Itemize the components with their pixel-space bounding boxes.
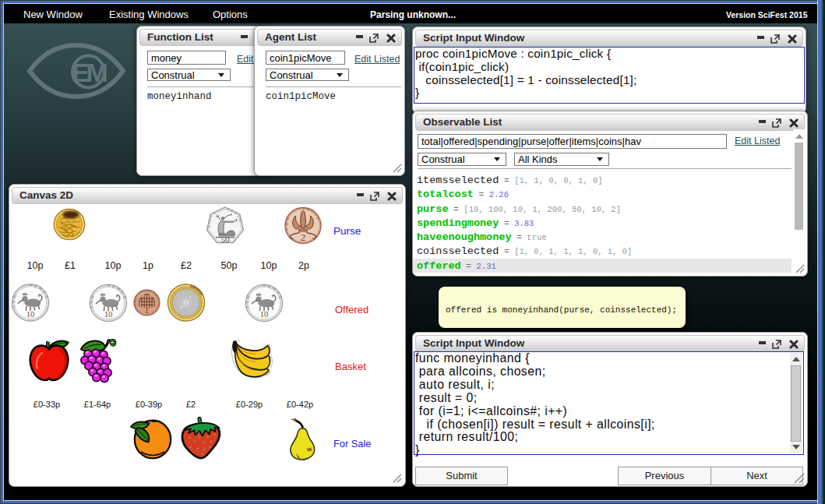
svg-text:Purse: Purse (333, 225, 361, 237)
svg-text:£2: £2 (181, 260, 192, 271)
svg-text:1p: 1p (143, 260, 153, 271)
svg-text:£1-64p: £1-64p (84, 400, 111, 409)
svg-text:£2: £2 (186, 400, 196, 409)
svg-text:£1: £1 (65, 260, 76, 271)
svg-text:£0-33p: £0-33p (33, 400, 60, 409)
svg-text:Basket: Basket (335, 361, 366, 372)
svg-text:£0-39p: £0-39p (136, 400, 162, 409)
svg-text:10p: 10p (27, 260, 44, 271)
svg-text:EM: EM (72, 58, 108, 87)
svg-text:£0-42p: £0-42p (287, 400, 313, 409)
svg-text:50p: 50p (221, 260, 238, 271)
svg-text:For Sale: For Sale (333, 438, 371, 449)
svg-text:10p: 10p (105, 260, 122, 271)
svg-text:10p: 10p (261, 260, 277, 271)
svg-text:1: 1 (145, 306, 149, 315)
svg-text:£0-29p: £0-29p (236, 400, 263, 409)
svg-text:2p: 2p (298, 260, 309, 271)
svg-text:50: 50 (221, 234, 231, 244)
svg-text:Offered: Offered (335, 304, 368, 315)
svg-text:2: 2 (301, 231, 306, 243)
